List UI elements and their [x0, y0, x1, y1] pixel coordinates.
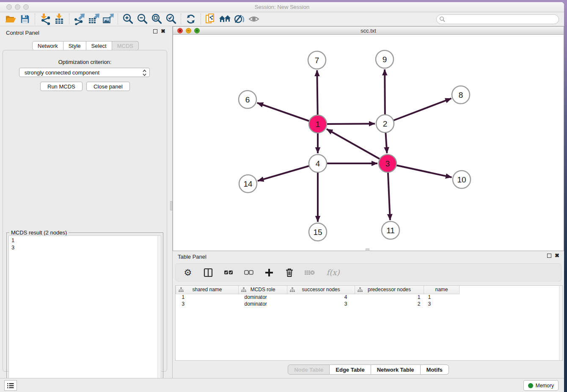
memory-button[interactable]: Memory [523, 380, 559, 391]
tab-motifs[interactable]: Motifs [421, 364, 449, 375]
delete-column-button[interactable] [284, 267, 295, 278]
network-view-window: ✕ − + scc.txt 7 9 6 8 1 2 4 3 14 10 [173, 26, 564, 251]
graph-node[interactable]: 14 [239, 175, 257, 193]
save-session-button[interactable] [18, 13, 32, 25]
export-table-button[interactable] [86, 13, 101, 25]
open-session-button[interactable] [3, 13, 18, 25]
table-cell[interactable]: 1 [355, 294, 424, 301]
hide-graphics-details-icon [234, 13, 245, 25]
main-toolbar [0, 12, 564, 26]
graph-edge[interactable] [385, 99, 451, 124]
table-cell[interactable]: 1 [176, 294, 239, 301]
open-folder-icon [5, 13, 17, 25]
import-network-button[interactable] [38, 13, 52, 25]
table-cell[interactable]: dominator [239, 294, 287, 301]
tab-mcds[interactable]: MCDS [112, 41, 139, 50]
column-header-predecessor-nodes[interactable]: predecessor nodes [355, 286, 424, 294]
tab-network-table[interactable]: Network Table [371, 364, 421, 375]
graph-node-label: 10 [457, 175, 466, 184]
table-cell[interactable]: 3 [176, 301, 239, 307]
zoom-selected-button[interactable] [164, 13, 178, 25]
unselect-all-columns-button[interactable] [243, 267, 254, 278]
new-network-from-selection-button[interactable] [204, 13, 218, 25]
network-canvas[interactable]: 7 9 6 8 1 2 4 3 14 10 15 11 [173, 35, 564, 249]
graph-edge[interactable] [257, 103, 318, 124]
table-cell[interactable]: 4 [287, 294, 355, 301]
graph-node[interactable]: 10 [453, 171, 471, 188]
float-panel-icon[interactable] [153, 29, 157, 33]
graph-node-label: 2 [383, 119, 388, 128]
graph-node[interactable]: 6 [239, 91, 256, 108]
table-options-button[interactable]: ⚙ [182, 267, 193, 278]
graph-node[interactable]: 3 [379, 155, 396, 172]
graph-node[interactable]: 1 [309, 115, 327, 133]
zoom-in-icon [122, 13, 134, 25]
optimization-criterion-select[interactable]: strongly connected component [19, 68, 150, 77]
column-header-name[interactable]: name [424, 286, 460, 294]
graph-node-label: 1 [316, 120, 320, 129]
optimization-criterion-label: Optimization criterion: [3, 59, 167, 65]
run-mcds-button[interactable]: Run MCDS [40, 82, 83, 91]
close-panel-icon[interactable]: ✖ [161, 29, 165, 33]
tab-node-table[interactable]: Node Table [288, 364, 330, 375]
hierarchy-icon [241, 287, 246, 292]
table-row[interactable]: 1dominator411 [176, 294, 460, 301]
export-image-button[interactable] [101, 13, 115, 25]
table-cell[interactable]: dominator [239, 301, 287, 307]
tab-style[interactable]: Style [63, 41, 86, 50]
table-cell[interactable]: 3 [424, 301, 460, 307]
float-table-panel-icon[interactable] [547, 254, 551, 258]
column-header-successor-nodes[interactable]: successor nodes [287, 286, 355, 294]
close-table-panel-icon[interactable]: ✖ [555, 254, 559, 258]
graph-node[interactable]: 9 [376, 50, 394, 68]
delete-table-button[interactable] [304, 267, 315, 278]
network-window-titlebar[interactable]: ✕ − + scc.txt [173, 27, 564, 35]
export-network-button[interactable] [72, 13, 86, 25]
tab-select[interactable]: Select [86, 41, 112, 50]
function-builder-button[interactable]: f(x) [325, 267, 341, 278]
close-panel-button[interactable]: Close panel [86, 82, 130, 91]
table-cell[interactable]: 2 [355, 301, 424, 307]
graph-node[interactable]: 8 [452, 86, 470, 104]
hierarchy-icon [290, 287, 295, 292]
graph-node[interactable]: 4 [309, 155, 327, 172]
zoom-fit-button[interactable] [149, 13, 164, 25]
table-row[interactable]: 3dominator323 [176, 301, 460, 307]
create-column-button[interactable] [264, 267, 275, 278]
show-columns-button[interactable] [203, 267, 214, 278]
tab-edge-table[interactable]: Edge Table [330, 364, 371, 375]
graph-node[interactable]: 11 [382, 221, 399, 239]
panel-splitter[interactable] [170, 26, 173, 378]
import-table-icon [53, 13, 65, 25]
import-table-button[interactable] [52, 13, 66, 25]
tab-network[interactable]: Network [32, 41, 63, 50]
hide-graphics-details-button[interactable] [232, 13, 247, 25]
result-scrollbar[interactable] [157, 236, 161, 387]
graph-node-label: 8 [459, 91, 463, 99]
graph-node[interactable]: 2 [376, 115, 394, 133]
table-cell[interactable]: 3 [287, 301, 355, 307]
table-scrollbar[interactable] [559, 286, 562, 360]
node-table: shared name MCDS role successor nodes [175, 285, 563, 361]
apply-layout-button[interactable] [184, 13, 198, 25]
splitter-handle[interactable] [170, 201, 172, 210]
graph-node-label: 3 [385, 159, 390, 168]
first-neighbors-button[interactable] [218, 13, 232, 25]
graph-node-label: 4 [316, 159, 320, 168]
homes-icon [219, 14, 231, 25]
graph-node[interactable]: 15 [309, 223, 327, 241]
zoom-out-button[interactable] [135, 13, 149, 25]
table-cell[interactable]: 1 [424, 294, 460, 301]
graph-node[interactable]: 7 [308, 51, 326, 69]
zoom-in-button[interactable] [121, 13, 135, 25]
mcds-result-text[interactable]: 1 3 [8, 235, 161, 388]
search-input[interactable] [436, 14, 559, 24]
show-hide-annotations-button[interactable] [247, 13, 261, 25]
select-all-columns-button[interactable] [223, 267, 234, 278]
column-header-mcds-role[interactable]: MCDS role [239, 286, 287, 294]
column-header-shared-name[interactable]: shared name [176, 286, 239, 294]
zoom-selected-icon [165, 13, 177, 25]
task-history-button[interactable] [4, 380, 17, 391]
graph-edge[interactable] [388, 163, 452, 177]
graph-edge[interactable] [327, 129, 388, 163]
